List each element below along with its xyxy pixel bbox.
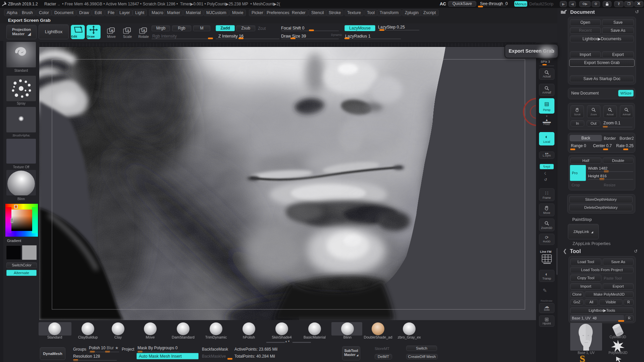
- svg-text:S: S: [127, 29, 129, 32]
- svg-text:R: R: [143, 29, 145, 32]
- svg-text:M: M: [111, 29, 113, 32]
